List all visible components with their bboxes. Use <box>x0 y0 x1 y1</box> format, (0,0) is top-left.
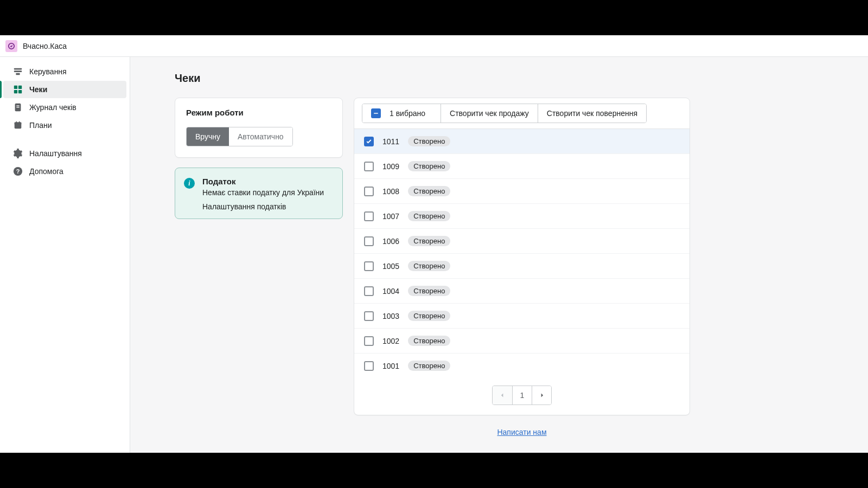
svg-rect-5 <box>18 86 22 89</box>
status-badge: Створено <box>408 211 450 221</box>
app-name: Вчасно.Каса <box>23 42 67 50</box>
row-id: 1003 <box>382 312 399 320</box>
svg-rect-2 <box>14 70 22 72</box>
mode-auto-button[interactable]: Автоматично <box>229 127 292 146</box>
sidebar-item-settings[interactable]: Налаштування <box>3 145 126 162</box>
create-return-check-button[interactable]: Створити чек повернення <box>538 104 646 123</box>
row-checkbox[interactable] <box>364 211 374 221</box>
sidebar-item-journal[interactable]: Журнал чеків <box>3 99 126 116</box>
sidebar-item-plans[interactable]: Плани <box>3 117 126 134</box>
table-row[interactable]: 1011Створено <box>354 129 690 154</box>
table-row[interactable]: 1007Створено <box>354 204 690 229</box>
status-badge: Створено <box>408 286 450 296</box>
topbar: Вчасно.Каса <box>0 35 868 57</box>
pagination: 1 <box>354 378 690 415</box>
app-logo <box>5 40 17 52</box>
row-id: 1006 <box>382 237 399 246</box>
checks-list-card: 1 вибрано Створити чек продажу Створити … <box>354 98 690 415</box>
tax-info-banner: i Податок Немає ставки податку для Украї… <box>175 168 343 219</box>
svg-rect-10 <box>16 107 19 107</box>
svg-rect-7 <box>18 90 22 93</box>
row-id: 1004 <box>382 287 399 296</box>
row-id: 1007 <box>382 212 399 221</box>
svg-rect-13 <box>16 121 17 124</box>
sidebar-item-label: Журнал чеків <box>29 103 76 112</box>
svg-text:?: ? <box>16 168 20 175</box>
status-badge: Створено <box>408 136 450 146</box>
page-number[interactable]: 1 <box>512 386 532 404</box>
row-id: 1001 <box>382 362 399 370</box>
bulk-actions-group: 1 вибрано Створити чек продажу Створити … <box>362 104 647 123</box>
svg-rect-3 <box>16 73 20 75</box>
svg-rect-12 <box>15 123 22 125</box>
row-checkbox[interactable] <box>364 137 374 146</box>
checks-icon <box>13 85 23 94</box>
status-badge: Створено <box>408 236 450 246</box>
table-row[interactable]: 1005Створено <box>354 254 690 279</box>
row-checkbox[interactable] <box>364 187 374 196</box>
table-row[interactable]: 1008Створено <box>354 179 690 204</box>
svg-rect-9 <box>16 105 19 106</box>
settings-icon <box>13 149 23 158</box>
mode-segmented: Вручну Автоматично <box>186 127 293 146</box>
sidebar-item-label: Налаштування <box>29 149 82 158</box>
sidebar-item-manage[interactable]: Керування <box>3 63 126 80</box>
row-checkbox[interactable] <box>364 311 374 321</box>
status-badge: Створено <box>408 361 450 371</box>
page-prev-button <box>493 386 512 404</box>
sidebar-item-label: Чеки <box>29 85 47 94</box>
row-checkbox[interactable] <box>364 261 374 271</box>
table-row[interactable]: 1009Створено <box>354 154 690 179</box>
mode-card-title: Режим роботи <box>186 108 331 117</box>
manage-icon <box>13 67 23 76</box>
row-id: 1009 <box>382 162 399 171</box>
sidebar-item-label: Керування <box>29 67 67 76</box>
create-sale-check-button[interactable]: Створити чек продажу <box>441 104 538 123</box>
select-all-checkbox[interactable] <box>371 108 381 118</box>
row-checkbox[interactable] <box>364 361 374 371</box>
status-badge: Створено <box>408 186 450 196</box>
row-checkbox[interactable] <box>364 162 374 171</box>
row-id: 1002 <box>382 337 399 345</box>
svg-rect-1 <box>14 68 22 70</box>
list-header: 1 вибрано Створити чек продажу Створити … <box>354 98 690 129</box>
tax-settings-link[interactable]: Налаштування податків <box>202 202 324 211</box>
info-icon: i <box>184 178 195 189</box>
row-id: 1011 <box>382 137 399 146</box>
table-row[interactable]: 1001Створено <box>354 354 690 378</box>
main-content: Чеки Режим роботи Вручну Автоматично i <box>130 57 868 453</box>
sidebar-item-label: Допомога <box>29 167 63 176</box>
plans-icon <box>13 120 23 130</box>
tax-info-title: Податок <box>202 177 324 186</box>
sidebar-item-checks[interactable]: Чеки <box>3 81 126 98</box>
selected-count-segment: 1 вибрано <box>362 104 441 123</box>
selected-count: 1 вибрано <box>386 109 432 118</box>
svg-rect-6 <box>14 90 17 93</box>
status-badge: Створено <box>408 311 450 321</box>
row-checkbox[interactable] <box>364 236 374 246</box>
page-next-button[interactable] <box>532 386 551 404</box>
svg-rect-14 <box>19 121 20 124</box>
help-icon: ? <box>13 166 23 176</box>
contact-us-link[interactable]: Написати нам <box>497 428 546 436</box>
page-title: Чеки <box>175 72 846 85</box>
sidebar-item-help[interactable]: ?Допомога <box>3 163 126 180</box>
svg-rect-17 <box>374 113 378 114</box>
status-badge: Створено <box>408 161 450 171</box>
status-badge: Створено <box>408 336 450 346</box>
table-row[interactable]: 1006Створено <box>354 229 690 254</box>
row-id: 1008 <box>382 187 399 196</box>
table-row[interactable]: 1003Створено <box>354 304 690 329</box>
row-checkbox[interactable] <box>364 286 374 296</box>
table-row[interactable]: 1004Створено <box>354 279 690 304</box>
row-checkbox[interactable] <box>364 336 374 346</box>
status-badge: Створено <box>408 261 450 271</box>
sidebar: КеруванняЧекиЖурнал чеківПлани Налаштува… <box>0 57 130 453</box>
row-id: 1005 <box>382 262 399 271</box>
table-row[interactable]: 1002Створено <box>354 329 690 354</box>
mode-manual-button[interactable]: Вручну <box>187 127 229 146</box>
tax-info-text: Немає ставки податку для України <box>202 188 324 197</box>
journal-icon <box>13 102 23 112</box>
mode-card: Режим роботи Вручну Автоматично <box>175 98 343 158</box>
svg-rect-4 <box>14 86 17 89</box>
